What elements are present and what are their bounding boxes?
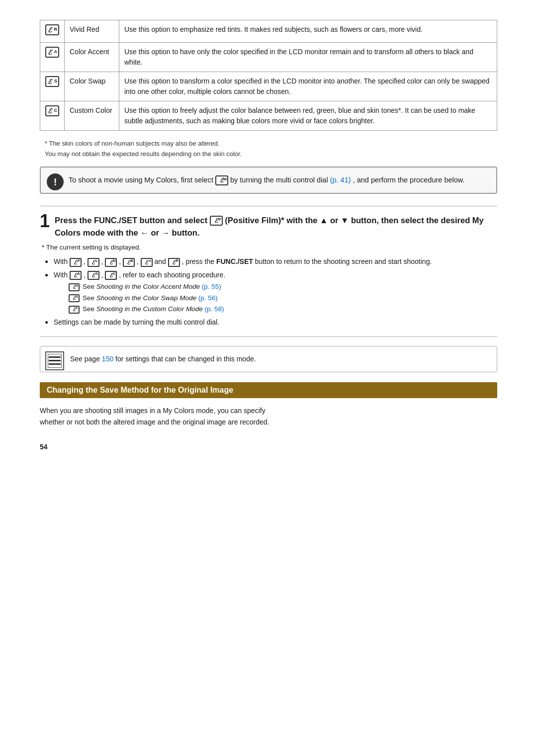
sub1-link[interactable]: (p. 55)	[202, 283, 221, 290]
sub-ec-badge: ℰC	[69, 306, 80, 314]
bottom-line2: whether or not both the altered image an…	[40, 417, 497, 428]
name-cell-color-accent: Color Accent	[65, 43, 119, 72]
bullet1-comma2: ,	[101, 257, 105, 265]
bullet2-text-before: With	[54, 271, 70, 279]
vivid-red-icon: ℰR	[45, 24, 59, 35]
step-1-section: 1 Press the FUNC./SET button and select …	[40, 214, 497, 328]
movie-mode-icon: ℰM	[215, 175, 228, 185]
divider-bottom	[40, 336, 497, 337]
bullet1-comma4: ,	[137, 257, 141, 265]
el-icon: ℰL	[88, 258, 99, 267]
info-text-after: for settings that can be changed in this…	[115, 355, 256, 363]
warning-text-end: , and perform the procedure below.	[353, 176, 465, 184]
footnote-line1: * The skin colors of non-human subjects …	[45, 139, 497, 149]
sub-ea-badge: ℰA	[69, 283, 80, 291]
desc-cell-color-swap: Use this option to transform a color spe…	[119, 72, 497, 101]
bullet-item-3: Settings can be made by turning the mult…	[45, 317, 497, 328]
desc-cell-custom-color: Use this option to freely adjust the col…	[119, 101, 497, 131]
bullet1-and: and	[154, 257, 168, 265]
info-link[interactable]: 150	[102, 355, 113, 363]
color-swap-icon: ℰS	[45, 76, 59, 87]
svg-rect-1	[49, 360, 61, 361]
sub1-text: See Shooting in the Color Accent Mode	[83, 283, 202, 290]
sub-item-1: ℰA See Shooting in the Color Accent Mode…	[69, 281, 497, 292]
step-1-body: * The current setting is displayed. With…	[40, 244, 497, 328]
warning-text-before: To shoot a movie using My Colors, first …	[69, 176, 215, 184]
sub-list: ℰA See Shooting in the Color Accent Mode…	[54, 281, 497, 315]
page-number: 54	[40, 443, 497, 451]
sub3-text: See Shooting in the Custom Color Mode	[83, 305, 204, 313]
name-cell-custom-color: Custom Color	[65, 101, 119, 131]
info-text-before: See page	[70, 355, 102, 363]
warning-box: ! To shoot a movie using My Colors, firs…	[40, 167, 497, 194]
bullet1-text-before: With	[54, 257, 70, 265]
divider-top	[40, 206, 497, 206]
step-heading-text: Press the FUNC./SET button and select ℰP…	[55, 216, 484, 237]
custom-color-icon: ℰC	[45, 105, 59, 116]
step-bullet-list: With ℰP , ℰL , ℰD , ℰB , ℰe and ℰR , pre…	[40, 256, 497, 328]
warning-text-middle: by turning the multi control dial	[230, 176, 330, 184]
list-icon-svg	[48, 354, 62, 368]
step-1-heading: 1 Press the FUNC./SET button and select …	[40, 214, 497, 239]
sub-item-3: ℰC See Shooting in the Custom Color Mode…	[69, 304, 497, 315]
name-cell-color-swap: Color Swap	[65, 72, 119, 101]
bullet-item-2: With ℰA , ℰS , ℰC , refer to each shooti…	[45, 269, 497, 315]
bullet1-comma1: ,	[84, 257, 88, 265]
ea-icon: ℰA	[70, 271, 82, 280]
positive-film-icon: ℰP	[210, 216, 223, 226]
ed-icon: ℰD	[105, 258, 117, 267]
name-cell-vivid-red: Vivid Red	[65, 20, 119, 43]
desc-cell-vivid-red: Use this option to emphasize red tints. …	[119, 20, 497, 43]
svg-rect-2	[49, 363, 61, 365]
icon-cell-color-swap: ℰS	[40, 72, 65, 101]
desc-cell-color-accent: Use this option to have only the color s…	[119, 43, 497, 72]
bullet1-text-after: , press the FUNC./SET button to return t…	[182, 257, 432, 265]
step-number: 1	[40, 214, 50, 230]
bullet2-comma2: ,	[101, 271, 105, 279]
sub-ea-icon: ℰA	[69, 281, 80, 292]
table-row: ℰA Color Accent Use this option to have …	[40, 43, 497, 72]
es-icon: ℰS	[88, 271, 99, 280]
footnote: * The skin colors of non-human subjects …	[40, 139, 497, 160]
bottom-text: When you are shooting still images in a …	[40, 405, 497, 428]
warning-icon: !	[47, 173, 64, 190]
sub-item-2: ℰS See Shooting in the Color Swap Mode (…	[69, 293, 497, 304]
icon-cell-color-accent: ℰA	[40, 43, 65, 72]
sub-es-badge: ℰS	[69, 294, 80, 302]
ee-icon: ℰe	[141, 258, 153, 267]
sub-ec-icon: ℰC	[69, 304, 80, 315]
bullet1-comma3: ,	[119, 257, 123, 265]
section-heading: Changing the Save Method for the Origina…	[40, 382, 497, 398]
icon-cell-custom-color: ℰC	[40, 101, 65, 131]
info-box: See page 150 for settings that can be ch…	[40, 346, 497, 372]
sub2-text: See Shooting in the Color Swap Mode	[83, 294, 198, 302]
eb-icon: ℰB	[123, 258, 135, 267]
table-row: ℰR Vivid Red Use this option to emphasiz…	[40, 20, 497, 43]
table-row: ℰS Color Swap Use this option to transfo…	[40, 72, 497, 101]
er-icon: ℰR	[168, 258, 180, 267]
bullet-item-1: With ℰP , ℰL , ℰD , ℰB , ℰe and ℰR , pre…	[45, 256, 497, 267]
info-icon	[45, 351, 64, 370]
step-note: * The current setting is displayed.	[40, 244, 497, 251]
bullet2-comma1: ,	[84, 271, 88, 279]
color-options-table: ℰR Vivid Red Use this option to emphasiz…	[40, 20, 497, 131]
sub3-link[interactable]: (p. 58)	[204, 305, 224, 313]
bottom-line1: When you are shooting still images in a …	[40, 405, 497, 417]
icon-cell-vivid-red: ℰR	[40, 20, 65, 43]
warning-link[interactable]: (p. 41)	[330, 176, 351, 184]
bullet2-text-after: , refer to each shooting procedure.	[119, 271, 225, 279]
sub2-link[interactable]: (p. 56)	[198, 294, 218, 302]
color-accent-icon: ℰA	[45, 47, 59, 58]
bullet3-text: Settings can be made by turning the mult…	[54, 318, 219, 326]
ep-icon: ℰP	[70, 258, 82, 267]
ec-icon: ℰC	[105, 271, 117, 280]
table-row: ℰC Custom Color Use this option to freel…	[40, 101, 497, 131]
sub-es-icon: ℰS	[69, 293, 80, 304]
footnote-line2: You may not obtain the expected results …	[45, 149, 497, 160]
svg-rect-0	[49, 356, 61, 358]
